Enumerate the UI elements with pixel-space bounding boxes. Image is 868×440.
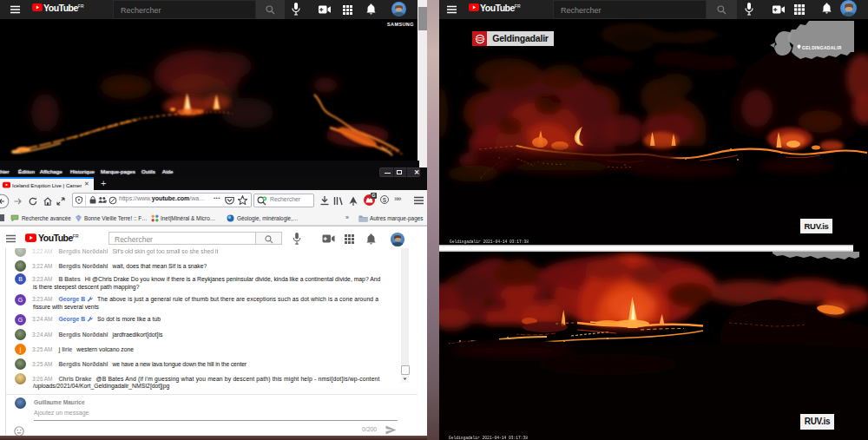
svg-text:GELDINGADALIR: GELDINGADALIR: [802, 45, 842, 50]
